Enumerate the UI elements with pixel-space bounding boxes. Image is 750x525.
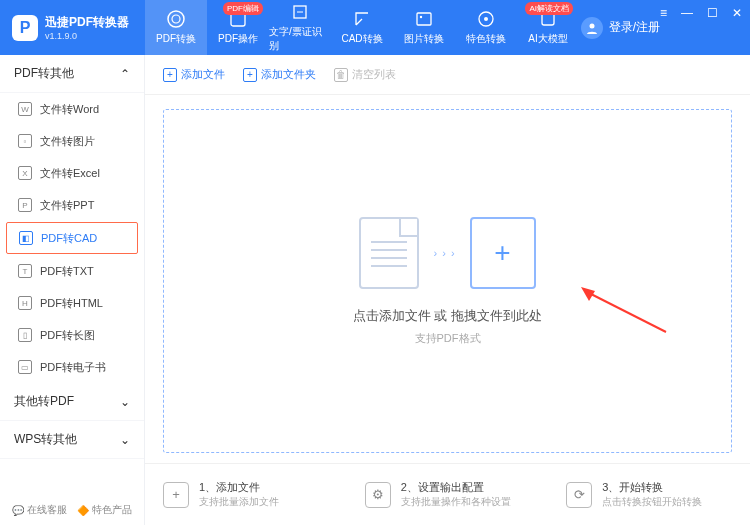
tab-cad[interactable]: CAD转换 — [331, 0, 393, 55]
chevron-up-icon: ⌃ — [120, 67, 130, 81]
minimize-icon[interactable]: — — [681, 6, 693, 20]
badge-pdf-edit: PDF编辑 — [223, 2, 263, 15]
svg-marker-10 — [581, 287, 595, 301]
sidebar-item-cad[interactable]: ◧PDF转CAD — [6, 222, 138, 254]
annotation-arrow-icon — [581, 287, 671, 337]
step-settings-icon: ⚙ — [365, 482, 391, 508]
word-icon: W — [18, 102, 32, 116]
main-tabs: PDF转换 PDF编辑 PDF操作 文字/票证识别 CAD转换 图片转换 特色转… — [145, 0, 579, 55]
tab-ocr[interactable]: 文字/票证识别 — [269, 0, 331, 55]
ocr-icon — [290, 2, 310, 22]
sidebar-item-html[interactable]: HPDF转HTML — [0, 287, 144, 319]
app-title: 迅捷PDF转换器 — [45, 14, 129, 31]
sidebar-item-txt[interactable]: TPDF转TXT — [0, 255, 144, 287]
sidebar-group-other-to-pdf[interactable]: 其他转PDF ⌄ — [0, 383, 144, 421]
sidebar-group-title: PDF转其他 — [14, 65, 74, 82]
step-2: ⚙ 2、设置输出配置支持批量操作和各种设置 — [347, 464, 549, 525]
tab-label: CAD转换 — [341, 32, 382, 46]
add-folder-button[interactable]: +添加文件夹 — [243, 67, 316, 82]
app-header: P 迅捷PDF转换器 v1.1.9.0 PDF转换 PDF编辑 PDF操作 文字… — [0, 0, 750, 55]
special-icon — [476, 9, 496, 29]
tab-label: PDF转换 — [156, 32, 196, 46]
chevron-down-icon: ⌄ — [120, 433, 130, 447]
sidebar-item-ppt[interactable]: P文件转PPT — [0, 189, 144, 221]
pdf-convert-icon — [166, 9, 186, 29]
svg-point-8 — [589, 23, 594, 28]
step-3: ⟳ 3、开始转换点击转换按钮开始转换 — [548, 464, 750, 525]
svg-rect-3 — [417, 13, 431, 25]
image-icon — [414, 9, 434, 29]
html-icon: H — [18, 296, 32, 310]
tab-label: 图片转换 — [404, 32, 444, 46]
tab-label: PDF操作 — [218, 32, 258, 46]
drop-zone[interactable]: › › › + 点击添加文件 或 拖拽文件到此处 支持PDF格式 — [163, 109, 732, 453]
add-file-icon: + — [163, 68, 177, 82]
tab-label: AI大模型 — [528, 32, 567, 46]
steps-bar: + 1、添加文件支持批量添加文件 ⚙ 2、设置输出配置支持批量操作和各种设置 ⟳… — [145, 463, 750, 525]
img-icon: ▫ — [18, 134, 32, 148]
chevron-down-icon: ⌄ — [120, 395, 130, 409]
tab-ai[interactable]: AI解读文档 AI大模型 — [517, 0, 579, 55]
close-icon[interactable]: ✕ — [732, 6, 742, 20]
document-icon — [359, 217, 419, 289]
cad-file-icon: ◧ — [19, 231, 33, 245]
tab-label: 文字/票证识别 — [269, 25, 331, 53]
svg-point-4 — [420, 16, 422, 18]
svg-point-0 — [168, 11, 184, 27]
maximize-icon[interactable]: ☐ — [707, 6, 718, 20]
add-folder-icon: + — [243, 68, 257, 82]
products-link[interactable]: 🔶 特色产品 — [77, 503, 132, 517]
ppt-icon: P — [18, 198, 32, 212]
support-link[interactable]: 💬 在线客服 — [12, 503, 67, 517]
window-controls: ≡ — ☐ ✕ — [660, 6, 742, 20]
svg-point-6 — [484, 17, 488, 21]
sidebar-item-image[interactable]: ▫文件转图片 — [0, 125, 144, 157]
app-logo-icon: P — [12, 15, 38, 41]
sidebar-group-wps[interactable]: WPS转其他 ⌄ — [0, 421, 144, 459]
auth-label: 登录/注册 — [609, 19, 660, 36]
tab-pdf-ops[interactable]: PDF编辑 PDF操作 — [207, 0, 269, 55]
menu-icon[interactable]: ≡ — [660, 6, 667, 20]
step-convert-icon: ⟳ — [566, 482, 592, 508]
sidebar-item-excel[interactable]: X文件转Excel — [0, 157, 144, 189]
svg-line-9 — [589, 293, 666, 332]
arrow-dots-icon: › › › — [433, 247, 455, 259]
toolbar: +添加文件 +添加文件夹 🗑清空列表 — [145, 55, 750, 95]
footer-links: 💬 在线客服 🔶 特色产品 — [12, 503, 132, 517]
tab-image[interactable]: 图片转换 — [393, 0, 455, 55]
logo-area: P 迅捷PDF转换器 v1.1.9.0 — [0, 14, 145, 41]
sidebar-item-word[interactable]: W文件转Word — [0, 93, 144, 125]
add-file-button[interactable]: +添加文件 — [163, 67, 225, 82]
cad-icon — [352, 9, 372, 29]
sidebar-group-title: 其他转PDF — [14, 393, 74, 410]
sidebar-item-longimg[interactable]: ▯PDF转长图 — [0, 319, 144, 351]
app-version: v1.1.9.0 — [45, 31, 129, 41]
clear-list-button[interactable]: 🗑清空列表 — [334, 67, 396, 82]
tab-special[interactable]: 特色转换 — [455, 0, 517, 55]
sidebar-group-title: WPS转其他 — [14, 431, 77, 448]
longimg-icon: ▯ — [18, 328, 32, 342]
drop-illustration: › › › + — [359, 217, 535, 289]
drop-subtitle: 支持PDF格式 — [415, 331, 481, 346]
main-panel: +添加文件 +添加文件夹 🗑清空列表 › › › + 点击添加文件 或 拖拽文件… — [145, 55, 750, 525]
step-add-icon: + — [163, 482, 189, 508]
tab-pdf-convert[interactable]: PDF转换 — [145, 0, 207, 55]
plus-box-icon: + — [470, 217, 536, 289]
trash-icon: 🗑 — [334, 68, 348, 82]
txt-icon: T — [18, 264, 32, 278]
sidebar: PDF转其他 ⌃ W文件转Word ▫文件转图片 X文件转Excel P文件转P… — [0, 55, 145, 525]
badge-ai: AI解读文档 — [525, 2, 573, 15]
tab-label: 特色转换 — [466, 32, 506, 46]
step-1: + 1、添加文件支持批量添加文件 — [145, 464, 347, 525]
sidebar-group-pdf-to-other[interactable]: PDF转其他 ⌃ — [0, 55, 144, 93]
avatar-icon — [581, 17, 603, 39]
auth-button[interactable]: 登录/注册 — [581, 0, 660, 55]
excel-icon: X — [18, 166, 32, 180]
drop-title: 点击添加文件 或 拖拽文件到此处 — [353, 307, 542, 325]
ebook-icon: ▭ — [18, 360, 32, 374]
sidebar-item-ebook[interactable]: ▭PDF转电子书 — [0, 351, 144, 383]
